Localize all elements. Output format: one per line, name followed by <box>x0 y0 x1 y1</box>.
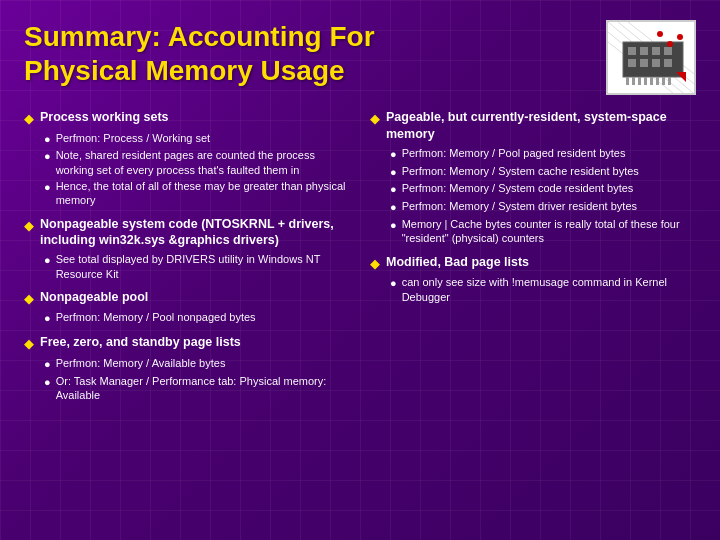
bullet-label-r2: Modified, Bad page lists <box>386 254 529 271</box>
sub-text-r2-1: can only see size with !memusage command… <box>402 275 696 304</box>
bullet-diamond-1: ◆ <box>24 110 34 128</box>
svg-rect-12 <box>640 59 648 67</box>
bullet-diamond-4: ◆ <box>24 335 34 353</box>
sub-bullet-2-1: ● See total displayed by DRIVERS utility… <box>44 252 350 281</box>
bullet-diamond-r1: ◆ <box>370 110 380 128</box>
sub-bullet-4-2: ● Or: Task Manager / Performance tab: Ph… <box>44 374 350 403</box>
main-bullet-2: ◆ Nonpageable system code (NTOSKRNL + dr… <box>24 216 350 250</box>
svg-rect-10 <box>664 47 672 55</box>
svg-rect-22 <box>668 77 671 85</box>
sub-bullet-r1-4: ● Perfmon: Memory / System driver reside… <box>390 199 696 215</box>
sub-bullet-1-1: ● Perfmon: Process / Working set <box>44 131 350 147</box>
section-nonpageable-pool: ◆ Nonpageable pool ● Perfmon: Memory / P… <box>24 289 350 326</box>
bullet-diamond-r2: ◆ <box>370 255 380 273</box>
sub-dot-4-1: ● <box>44 357 51 372</box>
section-process-working-sets: ◆ Process working sets ● Perfmon: Proces… <box>24 109 350 208</box>
sub-bullet-r1-1: ● Perfmon: Memory / Pool paged resident … <box>390 146 696 162</box>
svg-rect-18 <box>644 77 647 85</box>
left-column: ◆ Process working sets ● Perfmon: Proces… <box>24 109 350 410</box>
sub-bullets-2: ● See total displayed by DRIVERS utility… <box>44 252 350 281</box>
sub-text-1-1: Perfmon: Process / Working set <box>56 131 210 145</box>
slide: Summary: Accounting For Physical Memory … <box>0 0 720 540</box>
svg-rect-17 <box>638 77 641 85</box>
sub-bullets-3: ● Perfmon: Memory / Pool nonpaged bytes <box>44 310 350 326</box>
bullet-label-4: Free, zero, and standby page lists <box>40 334 241 351</box>
sub-text-2-1: See total displayed by DRIVERS utility i… <box>56 252 350 281</box>
sub-text-3-1: Perfmon: Memory / Pool nonpaged bytes <box>56 310 256 324</box>
right-column: ◆ Pageable, but currently-resident, syst… <box>370 109 696 410</box>
svg-point-24 <box>667 41 673 47</box>
sub-text-4-2: Or: Task Manager / Performance tab: Phys… <box>56 374 350 403</box>
svg-rect-21 <box>662 77 665 85</box>
sub-bullet-r1-5: ● Memory | Cache bytes counter is really… <box>390 217 696 246</box>
sub-dot-4-2: ● <box>44 375 51 390</box>
header-image <box>606 20 696 95</box>
sub-text-r1-4: Perfmon: Memory / System driver resident… <box>402 199 637 213</box>
svg-rect-20 <box>656 77 659 85</box>
sub-dot-r1-1: ● <box>390 147 397 162</box>
svg-rect-14 <box>664 59 672 67</box>
bullet-label-1: Process working sets <box>40 109 169 126</box>
main-bullet-3: ◆ Nonpageable pool <box>24 289 350 308</box>
main-bullet-4: ◆ Free, zero, and standby page lists <box>24 334 350 353</box>
section-pageable-resident: ◆ Pageable, but currently-resident, syst… <box>370 109 696 246</box>
svg-point-25 <box>657 31 663 37</box>
svg-rect-11 <box>628 59 636 67</box>
sub-bullet-4-1: ● Perfmon: Memory / Available bytes <box>44 356 350 372</box>
svg-rect-9 <box>652 47 660 55</box>
slide-title: Summary: Accounting For Physical Memory … <box>24 20 375 87</box>
sub-dot-1-1: ● <box>44 132 51 147</box>
sub-dot-3-1: ● <box>44 311 51 326</box>
svg-rect-7 <box>628 47 636 55</box>
section-modified-bad: ◆ Modified, Bad page lists ● can only se… <box>370 254 696 304</box>
svg-rect-13 <box>652 59 660 67</box>
sub-dot-r1-4: ● <box>390 200 397 215</box>
svg-rect-8 <box>640 47 648 55</box>
sub-text-4-1: Perfmon: Memory / Available bytes <box>56 356 226 370</box>
main-bullet-r2: ◆ Modified, Bad page lists <box>370 254 696 273</box>
sub-bullet-r1-3: ● Perfmon: Memory / System code resident… <box>390 181 696 197</box>
main-bullet-1: ◆ Process working sets <box>24 109 350 128</box>
bullet-label-3: Nonpageable pool <box>40 289 148 306</box>
sub-dot-r1-3: ● <box>390 182 397 197</box>
sub-text-r1-3: Perfmon: Memory / System code resident b… <box>402 181 634 195</box>
sub-text-r1-1: Perfmon: Memory / Pool paged resident by… <box>402 146 626 160</box>
title-line1: Summary: Accounting For <box>24 20 375 54</box>
sub-bullets-r1: ● Perfmon: Memory / Pool paged resident … <box>390 146 696 246</box>
sub-text-r1-5: Memory | Cache bytes counter is really t… <box>402 217 696 246</box>
sub-dot-1-2: ● <box>44 149 51 164</box>
sub-bullet-3-1: ● Perfmon: Memory / Pool nonpaged bytes <box>44 310 350 326</box>
sub-text-r1-2: Perfmon: Memory / System cache resident … <box>402 164 639 178</box>
bullet-diamond-2: ◆ <box>24 217 34 235</box>
sub-bullets-1: ● Perfmon: Process / Working set ● Note,… <box>44 131 350 208</box>
sub-bullets-4: ● Perfmon: Memory / Available bytes ● Or… <box>44 356 350 402</box>
svg-rect-19 <box>650 77 653 85</box>
sub-bullet-1-2: ● Note, shared resident pages are counte… <box>44 148 350 177</box>
sub-bullets-r2: ● can only see size with !memusage comma… <box>390 275 696 304</box>
header-image-bg <box>608 22 694 93</box>
main-bullet-r1: ◆ Pageable, but currently-resident, syst… <box>370 109 696 143</box>
content-area: ◆ Process working sets ● Perfmon: Proces… <box>24 109 696 410</box>
bullet-label-r1: Pageable, but currently-resident, system… <box>386 109 696 143</box>
section-free-zero-standby: ◆ Free, zero, and standby page lists ● P… <box>24 334 350 402</box>
bullet-label-2: Nonpageable system code (NTOSKRNL + driv… <box>40 216 350 250</box>
sub-text-1-2: Note, shared resident pages are counted … <box>56 148 350 177</box>
sub-dot-r1-2: ● <box>390 165 397 180</box>
svg-point-23 <box>677 34 683 40</box>
bullet-diamond-3: ◆ <box>24 290 34 308</box>
sub-bullet-r1-2: ● Perfmon: Memory / System cache residen… <box>390 164 696 180</box>
sub-dot-r2-1: ● <box>390 276 397 291</box>
svg-rect-16 <box>632 77 635 85</box>
title-line2: Physical Memory Usage <box>24 54 375 88</box>
sub-dot-r1-5: ● <box>390 218 397 233</box>
sub-dot-2-1: ● <box>44 253 51 268</box>
header: Summary: Accounting For Physical Memory … <box>24 20 696 95</box>
sub-bullet-1-3: ● Hence, the total of all of these may b… <box>44 179 350 208</box>
svg-rect-15 <box>626 77 629 85</box>
sub-dot-1-3: ● <box>44 180 51 195</box>
section-nonpageable-system: ◆ Nonpageable system code (NTOSKRNL + dr… <box>24 216 350 281</box>
sub-text-1-3: Hence, the total of all of these may be … <box>56 179 350 208</box>
sub-bullet-r2-1: ● can only see size with !memusage comma… <box>390 275 696 304</box>
